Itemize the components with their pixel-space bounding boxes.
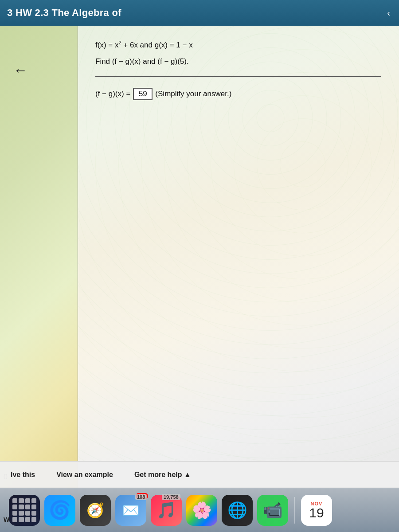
facetime-icon[interactable]: 📹: [257, 495, 288, 526]
photos-icon[interactable]: 🌸: [186, 495, 217, 526]
finder-icon[interactable]: 🌀: [44, 495, 75, 526]
chevron-left-icon[interactable]: ‹: [387, 8, 390, 18]
answer-line: (f − g)(x) = 59 (Simplify your answer.): [95, 88, 381, 100]
vertical-divider: [78, 26, 78, 488]
badge-108: 108: [135, 494, 147, 500]
browser-icon[interactable]: 🌐: [222, 495, 253, 526]
content-inner: f(x) = x2 + 6x and g(x) = 1 − x Find (f …: [95, 39, 381, 100]
dock-divider: [294, 497, 295, 524]
sidebar: ←: [0, 26, 78, 488]
compass-icon[interactable]: 🧭: [80, 495, 111, 526]
w-label: W: [4, 516, 9, 523]
content-divider: [95, 76, 381, 77]
back-arrow-icon[interactable]: ←: [13, 62, 27, 78]
get-more-help-button[interactable]: Get more help ▲: [124, 466, 202, 484]
page-title: 3 HW 2.3 The Algebra of: [7, 7, 121, 19]
taskbar: 🌀 🧭 ✉️ 108 🎵 🌸 🌐 📹 NOV 19: [0, 488, 399, 532]
content-panel: f(x) = x2 + 6x and g(x) = 1 − x Find (f …: [78, 26, 399, 488]
calendar-day: 19: [309, 506, 324, 520]
calendar-icon[interactable]: NOV 19: [301, 495, 332, 526]
action-bar: lve this View an example Get more help ▲: [0, 461, 399, 488]
answer-input-box[interactable]: 59: [133, 88, 153, 100]
launchpad-icon[interactable]: [9, 495, 40, 526]
problem-given: f(x) = x2 + 6x and g(x) = 1 − x: [95, 39, 381, 51]
header-bar: 3 HW 2.3 The Algebra of ‹: [0, 0, 399, 26]
view-example-button[interactable]: View an example: [46, 466, 124, 484]
answer-suffix: (Simplify your answer.): [155, 90, 231, 98]
badge-19758: 19,758: [162, 494, 180, 500]
answer-label: (f − g)(x) =: [95, 90, 130, 98]
problem-find: Find (f − g)(x) and (f − g)(5).: [95, 55, 381, 67]
main-area: ← f(x) = x2 + 6x and g(x) = 1 − x Find (…: [0, 26, 399, 488]
solve-this-button[interactable]: lve this: [0, 466, 46, 484]
